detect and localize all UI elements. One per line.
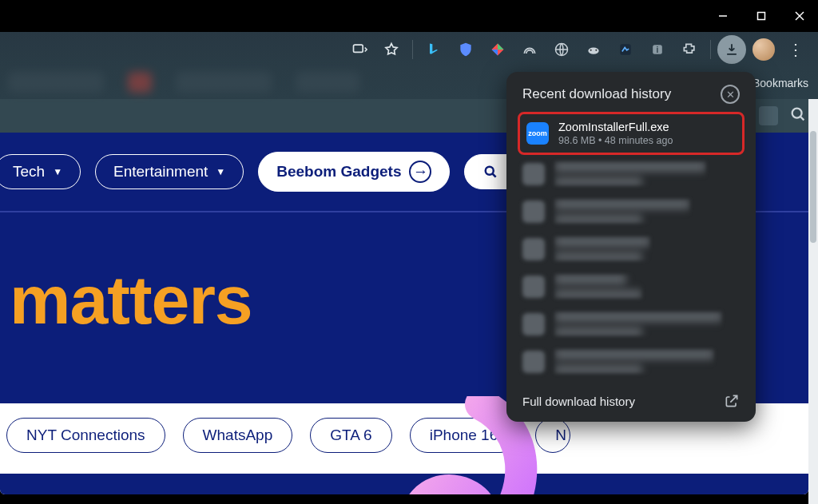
quickbar-search-icon[interactable] — [789, 105, 807, 126]
download-filename: ZoomInstallerFull.exe — [558, 121, 673, 133]
nav-entertainment-label: Entertainment — [113, 163, 208, 181]
downloads-button[interactable] — [717, 35, 746, 64]
quickbar-thumb[interactable] — [759, 106, 778, 125]
arrow-right-icon: → — [409, 161, 431, 183]
scrollbar-thumb[interactable] — [810, 131, 816, 243]
globe-extension-icon[interactable] — [547, 35, 576, 64]
toolbar-separator — [412, 40, 413, 59]
download-item-blurred[interactable] — [518, 343, 745, 380]
svg-point-11 — [595, 50, 597, 51]
svg-marker-6 — [498, 44, 504, 50]
download-item-text: ZoomInstallerFull.exe 98.6 MB • 48 minut… — [558, 121, 673, 146]
file-icon — [522, 276, 545, 298]
downloads-title: Recent download history — [522, 86, 671, 102]
extensions-icon[interactable] — [675, 35, 704, 64]
file-icon — [522, 313, 545, 335]
svg-line-18 — [493, 174, 496, 177]
downloads-header: Recent download history ✕ — [518, 85, 745, 104]
file-icon — [522, 200, 545, 223]
zoom-app-icon: zoom — [526, 122, 549, 145]
cast-icon[interactable] — [345, 35, 374, 64]
svg-point-9 — [588, 48, 598, 54]
profile-avatar[interactable] — [749, 35, 778, 64]
tag-whatsapp[interactable]: WhatsApp — [183, 418, 293, 453]
file-icon — [522, 163, 545, 185]
open-external-icon[interactable] — [724, 393, 740, 409]
download-item-blurred[interactable] — [518, 155, 745, 192]
chevron-down-icon: ▼ — [53, 166, 62, 177]
bookmark-star-icon[interactable] — [377, 35, 406, 64]
downloads-footer: Full download history — [518, 388, 745, 411]
file-icon — [522, 238, 545, 260]
downloads-panel: Recent download history ✕ zoom ZoomInsta… — [506, 72, 756, 422]
tag-label: WhatsApp — [203, 427, 273, 443]
nav-tech[interactable]: Tech▼ — [0, 154, 81, 189]
browser-menu[interactable]: ⋮ — [781, 35, 810, 64]
file-icon — [522, 351, 545, 373]
tag-gta6[interactable]: GTA 6 — [310, 418, 391, 453]
chevron-down-icon: ▼ — [216, 166, 225, 177]
dark-extension-icon[interactable] — [611, 35, 640, 64]
tag-label: GTA 6 — [330, 427, 371, 443]
svg-rect-4 — [354, 45, 363, 52]
full-history-link[interactable]: Full download history — [522, 395, 635, 408]
nav-tech-label: Tech — [13, 163, 45, 181]
browser-toolbar: i ⋮ — [0, 32, 818, 67]
nav-gadgets[interactable]: Beebom Gadgets→ — [258, 152, 450, 192]
search-icon — [482, 164, 498, 180]
svg-point-17 — [486, 167, 494, 175]
window-close[interactable] — [788, 4, 812, 28]
bing-extension-icon[interactable] — [419, 35, 448, 64]
vertical-scrollbar[interactable] — [808, 99, 818, 504]
download-meta: 98.6 MB • 48 minutes ago — [558, 135, 673, 146]
bookmarks-blurred — [8, 72, 359, 93]
download-item-zoom[interactable]: zoom ZoomInstallerFull.exe 98.6 MB • 48 … — [518, 112, 745, 155]
svg-rect-1 — [758, 13, 765, 20]
svg-point-10 — [590, 50, 592, 51]
window-maximize[interactable] — [749, 4, 773, 28]
arc-extension-icon[interactable] — [515, 35, 544, 64]
close-icon[interactable]: ✕ — [721, 85, 740, 104]
nav-gadgets-label: Beebom Gadgets — [276, 163, 401, 181]
shield-extension-icon[interactable] — [451, 35, 480, 64]
svg-line-16 — [800, 117, 804, 121]
window-titlebar — [0, 0, 818, 32]
download-item-blurred[interactable] — [518, 305, 745, 343]
tag-nyt-connections[interactable]: NYT Connections — [6, 418, 165, 453]
tag-label: NYT Connections — [26, 427, 145, 443]
window-minimize[interactable] — [711, 4, 735, 28]
nav-entertainment[interactable]: Entertainment▼ — [95, 154, 244, 189]
download-item-blurred[interactable] — [518, 192, 745, 230]
color-extension-icon[interactable] — [483, 35, 512, 64]
toolbar-separator — [710, 40, 711, 59]
svg-text:i: i — [657, 46, 659, 54]
download-item-blurred[interactable] — [518, 230, 745, 268]
reddit-extension-icon[interactable] — [579, 35, 608, 64]
download-item-blurred[interactable] — [518, 268, 745, 305]
info-extension-icon[interactable]: i — [643, 35, 672, 64]
bookmarks-overflow-link[interactable]: Bookmarks — [752, 77, 808, 89]
